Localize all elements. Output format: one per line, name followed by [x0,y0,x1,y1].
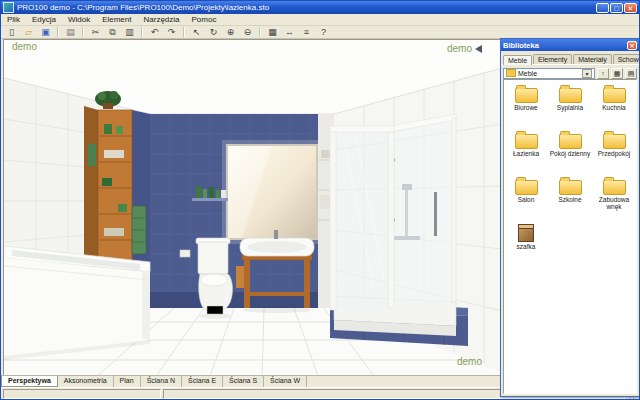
menu-narzedzia[interactable]: Narzędzia [138,15,186,24]
folder-icon [515,180,538,195]
library-folder-zabudowa-wnek[interactable]: Zabudowa wnęk [592,176,636,222]
tab-sciana-w[interactable]: Ściana W [264,376,307,387]
dimensions-icon[interactable]: ↔ [282,26,297,39]
toolbar-separator [183,27,185,37]
help-icon[interactable]: ? [316,26,331,39]
paste-icon[interactable]: ▥ [122,26,137,39]
mirror[interactable] [222,140,322,244]
folder-icon [506,69,516,77]
towel-rail[interactable] [132,206,146,254]
status-section [3,389,161,399]
save-file-icon[interactable]: ▣ [38,26,53,39]
toolbar-separator [82,27,84,37]
zoom-in-icon[interactable]: ⊕ [223,26,238,39]
folder-icon [603,134,626,149]
minimize-button[interactable]: _ [596,3,609,13]
close-button[interactable]: ✕ [624,3,637,13]
toilet-paper-holder[interactable] [180,250,190,257]
folder-icon [603,88,626,103]
library-tab-bar: Meble Elementy Materiały Schowek [501,51,639,64]
library-folder-lazienka[interactable]: Łazienka [504,130,548,176]
shower-cabin[interactable] [330,114,468,346]
menu-widok[interactable]: Widok [62,15,96,24]
library-folder-przedpokoj[interactable]: Przedpokój [592,130,636,176]
folder-icon [559,134,582,149]
print-icon[interactable]: ▤ [63,26,78,39]
zoom-out-icon[interactable]: ⊖ [240,26,255,39]
redo-icon[interactable]: ↷ [164,26,179,39]
bathtub[interactable] [4,246,150,360]
menu-pomoc[interactable]: Pomoc [186,15,223,24]
tab-sciana-s[interactable]: Ściana S [223,376,264,387]
library-tab-schowek[interactable]: Schowek [613,54,640,64]
maximize-button[interactable]: □ [610,3,623,13]
library-tab-elementy[interactable]: Elementy [533,54,572,64]
folder-icon [559,180,582,195]
folder-icon [603,180,626,195]
menu-edycja[interactable]: Edycja [26,15,62,24]
library-folder-sypialnia[interactable]: Sypialnia [548,84,592,130]
undo-icon[interactable]: ↶ [147,26,162,39]
window-title: PRO100 demo - C:\Program Files\PRO100\De… [17,3,595,12]
tab-plan[interactable]: Plan [114,376,141,387]
tab-perspektywa[interactable]: Perspektywa [1,376,58,387]
select-pointer-icon[interactable]: ↖ [189,26,204,39]
library-folder-biurowe[interactable]: Biurowe [504,84,548,130]
demo-watermark: demo [457,356,482,367]
library-folder-szkolne[interactable]: Szkolne [548,176,592,222]
cut-icon[interactable]: ✂ [88,26,103,39]
folder-icon [515,88,538,103]
tab-sciana-e[interactable]: Ściana E [182,376,223,387]
library-folder-kuchnia[interactable]: Kuchnia [592,84,636,130]
view-list-button[interactable]: ▤ [625,68,637,79]
view-large-icons-button[interactable]: ▦ [611,68,623,79]
library-title-bar[interactable]: Biblioteka ✕ [501,39,639,51]
library-tab-materialy[interactable]: Materiały [573,54,611,64]
rotate-icon[interactable]: ↻ [206,26,221,39]
library-close-button[interactable]: ✕ [627,41,637,50]
library-folder-pokoj-dzienny[interactable]: Pokój dzienny [548,130,592,176]
new-file-icon[interactable]: ▯ [4,26,19,39]
library-item-szafka[interactable]: szafka [504,222,548,268]
library-folder-salon[interactable]: Salon [504,176,548,222]
open-file-icon[interactable]: ▱ [21,26,36,39]
title-bar: PRO100 demo - C:\Program Files\PRO100\De… [1,1,639,14]
report-icon[interactable]: ≡ [299,26,314,39]
cabinet-icon [518,224,534,242]
folder-icon [559,88,582,103]
copy-icon[interactable]: ⧉ [105,26,120,39]
library-window[interactable]: Biblioteka ✕ Meble Elementy Materiały Sc… [500,38,640,397]
toolbar-separator [141,27,143,37]
dropdown-value: Meble [518,70,580,77]
menu-bar: Plik Edycja Widok Element Narzędzia Pomo… [1,14,639,26]
demo-watermark: demo [12,41,37,52]
library-title: Biblioteka [503,41,627,50]
tab-sciana-n[interactable]: Ściana N [141,376,182,387]
app-icon [3,2,14,13]
menu-element[interactable]: Element [96,15,137,24]
menu-plik[interactable]: Plik [1,15,26,24]
toolbar-separator [259,27,261,37]
library-tab-meble[interactable]: Meble [503,55,532,65]
toolbar-separator [57,27,59,37]
cursor-icon [475,45,482,53]
grid-icon[interactable]: ▦ [265,26,280,39]
folder-up-button[interactable]: ↑ [597,68,609,79]
chevron-down-icon[interactable]: ▾ [582,69,592,78]
folder-icon [515,134,538,149]
demo-watermark: demo [447,43,472,54]
library-content: Biurowe Sypialnia Kuchnia Łazienka Pokój… [503,79,637,394]
tab-aksonometria[interactable]: Aksonometria [58,376,114,387]
library-path-dropdown[interactable]: Meble ▾ [503,68,595,79]
